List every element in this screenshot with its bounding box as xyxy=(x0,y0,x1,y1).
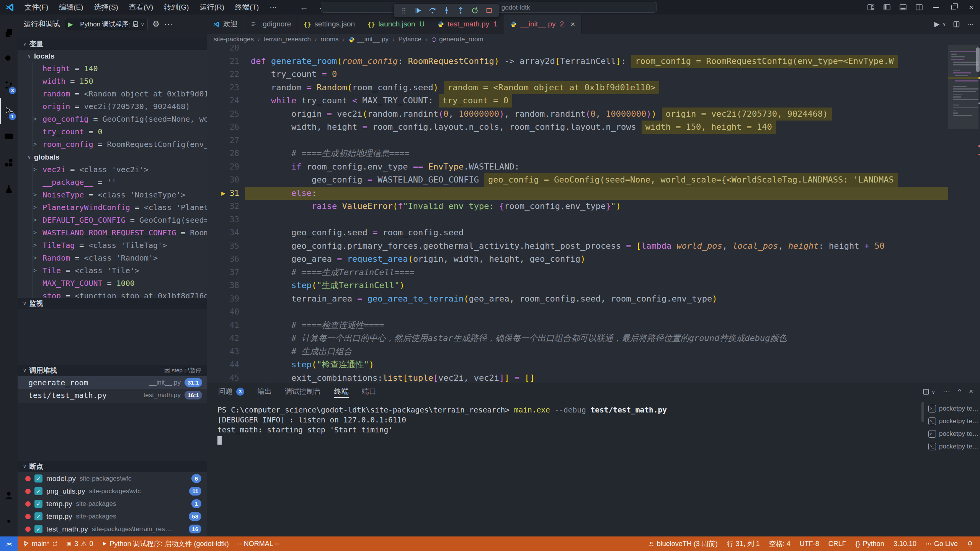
run-python-file-button[interactable]: ▶ xyxy=(934,20,939,28)
debug-step-out-icon[interactable] xyxy=(455,5,466,16)
language-mode[interactable]: {} Python xyxy=(856,540,884,548)
breakpoint-row[interactable]: ✓temp.pysite-packages1 xyxy=(18,497,207,510)
debug-session-status[interactable]: Python 调试程序: 启动文件 (godot-ldtk) xyxy=(102,539,229,548)
breakpoint-row[interactable]: ✓temp.pysite-packages58 xyxy=(18,510,207,523)
go-live-button[interactable]: Go Live xyxy=(926,540,958,548)
breadcrumb-item[interactable]: site-packages xyxy=(214,36,254,43)
menu-item[interactable]: 文件(F) xyxy=(20,1,53,14)
code-line-21[interactable]: 21def generate_room(room_config: RoomReq… xyxy=(207,55,980,68)
variable-row[interactable]: width = 150 xyxy=(33,75,207,88)
breakpoint-row[interactable]: ✓png_utils.pysite-packages\wfc11 xyxy=(18,485,207,497)
breadcrumb-item[interactable]: rooms xyxy=(320,36,338,43)
code-line-20[interactable]: 20 xyxy=(207,45,980,55)
menu-item[interactable]: 查看(V) xyxy=(124,1,158,14)
launch-profile-icon[interactable]: ∨ xyxy=(923,387,935,396)
panel-more-actions-icon[interactable]: ··· xyxy=(943,387,950,396)
encoding-setting[interactable]: UTF-8 xyxy=(800,540,819,548)
variable-row[interactable]: >Tile = <class 'Tile'> xyxy=(33,264,207,277)
debug-settings-gear-icon[interactable]: ⚙ xyxy=(152,20,160,29)
more-actions-icon[interactable]: ··· xyxy=(164,20,174,28)
sidebar-item-remote-explorer[interactable] xyxy=(0,124,18,150)
code-line-44[interactable]: 44 step("检查连通性") xyxy=(207,358,980,372)
sidebar-item-extensions[interactable] xyxy=(0,150,18,176)
gitlens-author[interactable]: blueloveTH (3 周前) xyxy=(648,539,718,548)
run-options-chevron-icon[interactable]: ∨ xyxy=(942,21,946,27)
variable-row[interactable]: >TileTag = <class 'TileTag'> xyxy=(33,239,207,252)
toggle-sidebar-icon[interactable] xyxy=(879,0,895,15)
code-editor[interactable]: 2021def generate_room(room_config: RoomR… xyxy=(207,45,980,383)
back-arrow-icon[interactable]: ← xyxy=(300,2,308,12)
sidebar-item-search[interactable] xyxy=(0,46,18,72)
code-line-32[interactable]: 32 raise ValueError(f"Invalid env type: … xyxy=(207,200,980,213)
breadcrumb-item[interactable]: Pylance xyxy=(398,36,421,43)
variables-scope-globals[interactable]: ∨globals xyxy=(18,151,207,163)
breakpoints-section-header[interactable]: ∨ 断点 xyxy=(18,461,207,472)
menu-item[interactable]: 转到(G) xyxy=(159,1,193,14)
code-line-33[interactable]: 33 xyxy=(207,213,980,227)
debug-config-dropdown[interactable]: ▶ Python 调试程序: 启 ∨ xyxy=(65,18,148,30)
code-line-39[interactable]: 39 terrain_area = geo_area_to_terrain(ge… xyxy=(207,292,980,306)
code-line-43[interactable]: 43 # 生成出口组合 xyxy=(207,345,980,359)
breakpoint-row[interactable]: ✓model.pysite-packages\wfc6 xyxy=(18,472,207,485)
close-icon[interactable]: × xyxy=(570,20,575,29)
breakpoint-row[interactable]: ✓test_math.pysite-packages\terrain_res…1… xyxy=(18,523,207,535)
menu-item[interactable]: 终端(T) xyxy=(230,1,263,14)
watch-section-header[interactable]: ∨ 监视 xyxy=(18,298,207,309)
variable-row[interactable]: >DEFAULT_GEO_CONFIG = GeoConfig(seed=1… xyxy=(33,214,207,227)
menu-item[interactable]: 编辑(E) xyxy=(54,1,88,14)
variable-row[interactable]: __package__ = '' xyxy=(33,176,207,189)
variable-row[interactable]: >room_config = RoomRequestConfig(env_t… xyxy=(33,138,207,151)
eol-setting[interactable]: CRLF xyxy=(828,540,846,548)
code-line-26[interactable]: 26 width, height = room_config.layout.n_… xyxy=(207,121,980,134)
code-line-31[interactable]: ▶31 else: xyxy=(207,187,980,200)
checkbox-checked-icon[interactable]: ✓ xyxy=(34,512,42,520)
checkbox-checked-icon[interactable]: ✓ xyxy=(34,487,42,495)
variable-row[interactable]: origin = vec2i(7205730, 9024468) xyxy=(33,100,207,113)
debug-stop-icon[interactable] xyxy=(483,5,494,16)
code-line-36[interactable]: 36 geo_area = request_area(origin, width… xyxy=(207,253,980,266)
code-line-25[interactable]: 25 origin = vec2i(random.randint(0, 1000… xyxy=(207,108,980,121)
terminal-session-item[interactable]: >_pocketpy te… xyxy=(928,402,978,415)
maximize-panel-icon[interactable]: ^ xyxy=(958,387,961,396)
code-line-42[interactable]: 42 # 计算每一个出口的中心，然后使用astar生成路径，确保每一个出口组合都… xyxy=(207,332,980,345)
stack-frame[interactable]: generate_room__init__.py31:1 xyxy=(18,376,207,389)
code-line-45[interactable]: 45 exit_combinations:list[tuple[vec2i, v… xyxy=(207,372,980,383)
terminal-session-item[interactable]: >_pocketpy te… xyxy=(928,415,978,427)
breadcrumb-item[interactable]: __init__.py xyxy=(348,36,389,43)
variables-section-header[interactable]: ∨ 变量 xyxy=(18,38,207,50)
tab-__init__.py[interactable]: __init__.py2× xyxy=(504,15,582,34)
notifications-bell-icon[interactable] xyxy=(967,541,973,547)
variable-row[interactable]: >geo_config = GeoConfig(seed=None, wor… xyxy=(33,113,207,126)
variable-row[interactable]: >vec2i = <class 'vec2i'> xyxy=(33,163,207,176)
toggle-secondary-sidebar-icon[interactable] xyxy=(911,0,927,15)
breadcrumb-item[interactable]: generate_room xyxy=(431,36,483,43)
code-line-27[interactable]: 27 xyxy=(207,134,980,147)
code-line-35[interactable]: 35 geo_config.primary_forces.geothermal_… xyxy=(207,240,980,253)
code-line-22[interactable]: 22 try_count = 0 xyxy=(207,68,980,81)
checkbox-checked-icon[interactable]: ✓ xyxy=(34,500,42,508)
sidebar-item-testing[interactable] xyxy=(0,176,18,202)
menu-item[interactable]: 选择(S) xyxy=(90,1,123,14)
problems-status[interactable]: ⊗ 3 ⚠ 0 xyxy=(66,540,93,548)
panel-tab-输出[interactable]: 输出 xyxy=(257,383,272,400)
variable-row[interactable]: try_count = 0 xyxy=(33,126,207,138)
indentation-setting[interactable]: 空格: 4 xyxy=(769,539,791,548)
panel-tab-终端[interactable]: 终端 xyxy=(334,383,349,400)
checkbox-checked-icon[interactable]: ✓ xyxy=(34,525,42,533)
code-line-38[interactable]: 38 step("生成TerrainCell") xyxy=(207,279,980,292)
editor-scrollbar[interactable] xyxy=(976,47,980,72)
editor-more-actions-icon[interactable]: ··· xyxy=(967,20,974,28)
sidebar-item-explorer[interactable] xyxy=(0,20,18,46)
variable-row[interactable]: stop = <function stop at 0x1bf8d716d… xyxy=(33,290,207,298)
split-editor-icon[interactable] xyxy=(953,21,960,28)
code-line-40[interactable]: 40 xyxy=(207,305,980,319)
variable-row[interactable]: MAX_TRY_COUNT = 1000 xyxy=(33,277,207,290)
variable-row[interactable]: height = 140 xyxy=(33,62,207,75)
code-line-24[interactable]: 24 while try_count < MAX_TRY_COUNT:try_c… xyxy=(207,94,980,108)
terminal-session-item[interactable]: >_pocketpy te… xyxy=(928,440,978,453)
customize-layout-icon[interactable] xyxy=(863,0,879,15)
code-line-28[interactable]: 28 # ====生成初始地理信息==== xyxy=(207,147,980,160)
tab-欢迎[interactable]: 欢迎 xyxy=(207,15,244,34)
call-stack-section-header[interactable]: ∨ 调用堆栈 因 step 已暂停 xyxy=(18,365,207,376)
toggle-panel-icon[interactable] xyxy=(895,0,911,15)
